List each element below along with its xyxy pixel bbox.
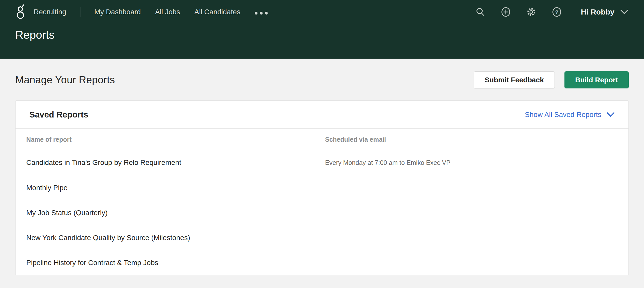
nav-item-my-dashboard[interactable]: My Dashboard xyxy=(94,8,141,16)
manage-reports-heading: Manage Your Reports xyxy=(15,74,115,86)
report-schedule: — xyxy=(325,184,628,191)
svg-text:?: ? xyxy=(555,9,559,15)
help-icon[interactable]: ? xyxy=(552,7,562,17)
report-schedule: — xyxy=(325,259,628,266)
nav-item-all-jobs[interactable]: All Jobs xyxy=(155,8,180,16)
table-row[interactable]: My Job Status (Quarterly) — xyxy=(16,200,628,225)
nav-divider xyxy=(81,7,81,17)
page-title: Reports xyxy=(15,29,629,41)
saved-reports-card: Saved Reports Show All Saved Reports Nam… xyxy=(15,100,629,275)
report-name-link[interactable]: New York Candidate Quality by Source (Mi… xyxy=(26,234,325,242)
report-name-link[interactable]: Candidates in Tina's Group by Relo Requi… xyxy=(26,159,325,167)
saved-reports-title: Saved Reports xyxy=(29,110,88,120)
show-all-saved-reports-label: Show All Saved Reports xyxy=(525,111,601,119)
more-menu-icon[interactable] xyxy=(255,10,268,15)
chevron-down-icon xyxy=(607,112,615,117)
report-schedule: Every Monday at 7:00 am to Emiko Exec VP xyxy=(325,159,628,166)
primary-nav: My Dashboard All Jobs All Candidates xyxy=(94,8,268,16)
main-content: Manage Your Reports Submit Feedback Buil… xyxy=(0,71,644,275)
settings-icon[interactable] xyxy=(526,7,536,17)
table-row[interactable]: New York Candidate Quality by Source (Mi… xyxy=(16,225,628,250)
user-greeting: Hi Robby xyxy=(581,8,614,16)
build-report-button[interactable]: Build Report xyxy=(564,71,629,88)
table-header-row: Name of report Scheduled via email xyxy=(16,129,628,150)
column-header-schedule: Scheduled via email xyxy=(325,136,628,143)
saved-reports-table: Name of report Scheduled via email Candi… xyxy=(16,129,628,275)
table-row[interactable]: Monthly Pipe — xyxy=(16,175,628,200)
user-menu[interactable]: Hi Robby xyxy=(581,8,629,16)
nav-item-all-candidates[interactable]: All Candidates xyxy=(194,8,240,16)
chevron-down-icon xyxy=(620,9,629,15)
report-name-link[interactable]: Pipeline History for Contract & Temp Job… xyxy=(26,259,325,267)
greenhouse-logo-icon[interactable] xyxy=(15,4,26,20)
top-navigation: Recruiting My Dashboard All Jobs All Can… xyxy=(15,0,629,24)
report-name-link[interactable]: My Job Status (Quarterly) xyxy=(26,209,325,217)
table-row[interactable]: Pipeline History for Contract & Temp Job… xyxy=(16,250,628,275)
show-all-saved-reports-link[interactable]: Show All Saved Reports xyxy=(525,111,615,119)
search-icon[interactable] xyxy=(475,7,485,17)
app-header: Recruiting My Dashboard All Jobs All Can… xyxy=(0,0,644,59)
product-name: Recruiting xyxy=(34,8,66,16)
report-name-link[interactable]: Monthly Pipe xyxy=(26,184,325,192)
add-icon[interactable] xyxy=(501,7,511,17)
report-schedule: — xyxy=(325,209,628,216)
table-row[interactable]: Candidates in Tina's Group by Relo Requi… xyxy=(16,150,628,175)
column-header-name: Name of report xyxy=(26,136,325,143)
submit-feedback-button[interactable]: Submit Feedback xyxy=(474,71,555,88)
report-schedule: — xyxy=(325,234,628,241)
